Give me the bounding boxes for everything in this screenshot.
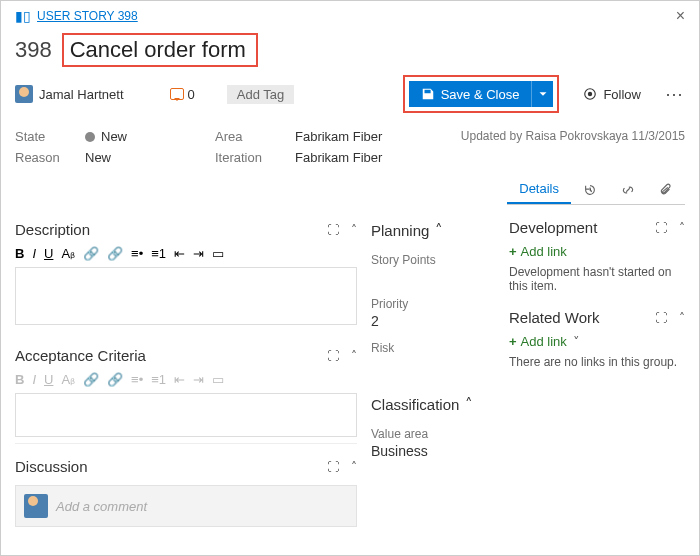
tab-history[interactable] — [571, 175, 609, 204]
avatar-icon — [15, 85, 33, 103]
tab-details[interactable]: Details — [507, 175, 571, 204]
acceptance-toolbar[interactable]: BIUAᵦ🔗🔗≡•≡1⇤⇥▭ — [15, 370, 357, 393]
collapse-icon[interactable]: ˄ — [465, 395, 473, 413]
discussion-heading: Discussion — [15, 458, 327, 475]
comment-icon — [170, 88, 184, 100]
maximize-icon[interactable]: ⛶ — [655, 311, 667, 325]
follow-button[interactable]: Follow — [583, 87, 641, 102]
acceptance-editor[interactable] — [15, 393, 357, 437]
avatar-icon — [24, 494, 48, 518]
tab-links[interactable] — [609, 175, 647, 204]
description-toolbar[interactable]: BIUAᵦ🔗🔗≡•≡1⇤⇥▭ — [15, 244, 357, 267]
more-actions-button[interactable]: ⋯ — [665, 83, 685, 105]
plus-icon: + — [509, 244, 517, 259]
development-heading: Development — [509, 219, 655, 236]
description-editor[interactable] — [15, 267, 357, 325]
collapse-icon[interactable]: ˄ — [351, 460, 357, 474]
discussion-placeholder: Add a comment — [56, 499, 147, 514]
state-dot-icon — [85, 132, 95, 142]
add-tag-button[interactable]: Add Tag — [227, 85, 294, 104]
value-area-label: Value area — [371, 421, 491, 441]
collapse-icon[interactable]: ˄ — [351, 223, 357, 237]
chevron-down-icon: ˅ — [573, 334, 580, 349]
maximize-icon[interactable]: ⛶ — [327, 349, 339, 363]
iteration-label: Iteration — [215, 150, 295, 165]
work-item-id: 398 — [15, 37, 52, 63]
assignee-name: Jamal Hartnett — [39, 87, 124, 102]
reason-field[interactable]: New — [85, 150, 215, 165]
related-heading: Related Work — [509, 309, 655, 326]
history-icon — [583, 183, 597, 197]
comment-count[interactable]: 0 — [170, 87, 195, 102]
story-points-field[interactable] — [371, 267, 491, 291]
related-add-link[interactable]: +Add link˅ — [509, 332, 685, 351]
title-input[interactable]: Cancel order form — [62, 33, 258, 67]
state-field[interactable]: New — [85, 129, 215, 144]
link-icon — [621, 183, 635, 197]
risk-label: Risk — [371, 335, 491, 355]
save-dropdown-button[interactable] — [531, 81, 553, 107]
attachment-icon — [659, 183, 673, 197]
risk-field[interactable] — [371, 355, 491, 379]
follow-icon — [583, 87, 597, 101]
plus-icon: + — [509, 334, 517, 349]
discussion-input[interactable]: Add a comment — [15, 485, 357, 527]
assignee-field[interactable]: Jamal Hartnett — [15, 85, 124, 103]
collapse-icon[interactable]: ˄ — [679, 221, 685, 235]
close-icon[interactable]: × — [676, 7, 685, 25]
updated-text: Updated by Raisa Pokrovskaya 11/3/2015 — [461, 129, 685, 144]
chevron-down-icon — [536, 87, 550, 101]
collapse-icon[interactable]: ˄ — [351, 349, 357, 363]
description-heading: Description — [15, 221, 327, 238]
state-label: State — [15, 129, 85, 144]
priority-label: Priority — [371, 291, 491, 311]
development-add-link[interactable]: +Add link — [509, 242, 685, 261]
tab-attachments[interactable] — [647, 175, 685, 204]
save-close-button[interactable]: Save & Close — [409, 81, 532, 107]
iteration-field[interactable]: Fabrikam Fiber — [295, 150, 455, 165]
development-empty-text: Development hasn't started on this item. — [509, 261, 685, 301]
planning-heading: Planning — [371, 222, 429, 239]
save-icon — [421, 87, 435, 101]
breadcrumb-link[interactable]: USER STORY 398 — [37, 9, 138, 23]
collapse-icon[interactable]: ˄ — [435, 221, 443, 239]
collapse-icon[interactable]: ˄ — [679, 311, 685, 325]
story-points-label: Story Points — [371, 247, 491, 267]
tab-bar: Details — [507, 175, 685, 205]
maximize-icon[interactable]: ⛶ — [327, 460, 339, 474]
area-label: Area — [215, 129, 295, 144]
save-highlight: Save & Close — [403, 75, 560, 113]
maximize-icon[interactable]: ⛶ — [327, 223, 339, 237]
area-field[interactable]: Fabrikam Fiber — [295, 129, 455, 144]
maximize-icon[interactable]: ⛶ — [655, 221, 667, 235]
priority-field[interactable]: 2 — [371, 311, 491, 335]
svg-point-1 — [588, 92, 592, 96]
value-area-field[interactable]: Business — [371, 441, 491, 465]
user-story-icon: ▮▯ — [15, 8, 31, 24]
classification-heading: Classification — [371, 396, 459, 413]
related-empty-text: There are no links in this group. — [509, 351, 685, 377]
acceptance-heading: Acceptance Criteria — [15, 347, 327, 364]
reason-label: Reason — [15, 150, 85, 165]
